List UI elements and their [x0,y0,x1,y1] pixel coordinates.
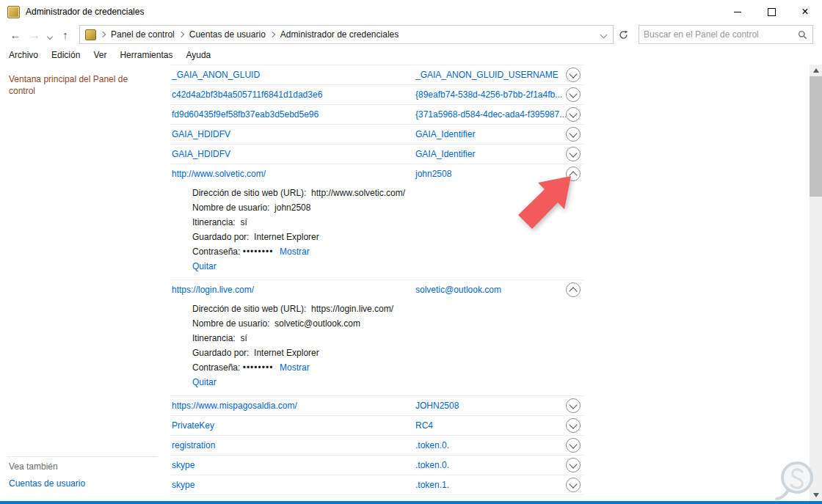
chevron-up-icon [569,287,577,295]
refresh-button[interactable] [615,26,631,43]
chevron-down-icon [47,33,53,39]
maximize-icon [768,8,776,16]
credential-row-header: c42d4a2bf3b4a505711f6841d1dad3e6{89eafb7… [170,85,583,104]
watermark-logo [771,459,816,504]
credential-row: https://login.live.com/solvetic@outlook.… [170,280,583,396]
credential-username: RC4 [415,420,566,431]
detail-line: Itinerancia: sí [192,215,583,230]
breadcrumb-item[interactable]: Administrador de credenciales [280,29,399,40]
credential-name-link[interactable]: fd9d60435f9ef58fb37eab3d5ebd5e96 [170,109,415,120]
breadcrumb-separator-icon [178,32,183,37]
credential-row: skype.token.1. [170,475,583,495]
maximize-button[interactable] [754,0,788,23]
credential-row-header: _GAIA_ANON_GLUID_GAIA_ANON_GLUID_USERNAM… [170,65,583,84]
title-bar: Administrador de credenciales × [0,0,822,23]
credential-name-link[interactable]: https://www.mispagosaldia.com/ [170,401,415,411]
detail-line: Nombre de usuario: john2508 [192,200,583,215]
address-dropdown-icon[interactable] [600,31,608,38]
remove-credential-link[interactable]: Quitar [192,377,217,387]
expand-chevron-button[interactable] [566,438,581,453]
credential-row-header: http://www.solvetic.com/john2508 [170,164,583,183]
credential-name-link[interactable]: registration [170,440,415,450]
credential-name-link[interactable]: PrivateKey [170,420,415,431]
detail-value: https://login.live.com/ [311,304,393,314]
collapse-chevron-button[interactable] [566,282,581,297]
detail-line: Nombre de usuario: solvetic@outlook.com [192,316,583,331]
credential-name-link[interactable]: GAIA_HDIDFV [170,149,415,159]
credential-row-header: https://www.mispagosaldia.com/JOHN2508 [170,396,583,415]
expand-chevron-button[interactable] [566,127,581,142]
credential-row: http://www.solvetic.com/john2508Direcció… [170,164,583,280]
credential-username: .token.1. [415,480,566,490]
credential-name-link[interactable]: skype [170,460,415,470]
credential-name-link[interactable]: _GAIA_ANON_GLUID [170,70,415,80]
credential-username: GAIA_Identifier [415,129,566,139]
expand-chevron-button[interactable] [566,67,581,82]
address-bar[interactable]: Panel de controlCuentas de usuarioAdmini… [79,25,614,44]
menu-item[interactable]: Ver [87,46,113,64]
see-also-header: Vea también [9,461,58,472]
credential-name-link[interactable]: c42d4a2bf3b4a505711f6841d1dad3e6 [170,90,415,100]
expand-chevron-button[interactable] [566,147,581,161]
show-password-link[interactable]: Mostrar [280,246,310,257]
search-icon[interactable] [798,30,807,40]
breadcrumb-item[interactable]: Panel de control [111,29,175,40]
menu-bar: ArchivoEdiciónVerHerramientasAyuda [0,45,822,65]
expand-chevron-button[interactable] [566,87,581,102]
search-box [639,25,813,44]
credential-row: skype.token.0. [170,456,583,475]
detail-label: Guardado por: [192,232,254,242]
close-button[interactable]: × [788,0,822,23]
breadcrumb-item[interactable]: Cuentas de usuario [189,29,266,40]
breadcrumb: Panel de controlCuentas de usuarioAdmini… [96,29,601,40]
search-input[interactable] [639,29,798,40]
forward-button[interactable]: → [25,29,44,40]
credential-name-link[interactable]: http://www.solvetic.com/ [170,169,415,179]
scrollbar-thumb[interactable] [810,76,822,197]
credential-username: _GAIA_ANON_GLUID_USERNAME [415,70,566,80]
close-icon: × [801,6,808,18]
scrollbar[interactable] [810,65,822,501]
remove-credential-link[interactable]: Quitar [192,261,217,271]
app-icon [7,6,20,18]
credential-row: c42d4a2bf3b4a505711f6841d1dad3e6{89eafb7… [170,85,583,105]
credential-row-header: GAIA_HDIDFVGAIA_Identifier [170,125,583,144]
expand-chevron-button[interactable] [566,418,581,433]
credential-username: {371a5968-d584-4dec-ada4-f395987... [415,109,566,120]
back-button[interactable]: ← [6,29,25,40]
show-password-link[interactable]: Mostrar [280,362,310,373]
detail-line: Guardado por: Internet Explorer [192,346,583,360]
minimize-icon [734,12,741,12]
forward-icon: → [29,29,40,41]
credentials-list: _GAIA_ANON_GLUID_GAIA_ANON_GLUID_USERNAM… [170,65,583,495]
expand-chevron-button[interactable] [566,478,581,492]
detail-line-password: Contraseña: •••••••• Mostrar [192,244,583,259]
credential-name-link[interactable]: GAIA_HDIDFV [170,129,415,139]
expand-chevron-button[interactable] [566,458,581,472]
minimize-button[interactable] [721,0,754,23]
menu-item[interactable]: Archivo [2,46,45,64]
detail-line-remove: Quitar [192,259,583,274]
up-button[interactable]: ↑ [56,29,75,40]
window-controls: × [721,0,822,23]
expand-chevron-button[interactable] [566,398,581,413]
sidebar-item-user-accounts[interactable]: Cuentas de usuario [9,478,85,489]
history-dropdown-button[interactable] [44,29,56,40]
menu-item[interactable]: Herramientas [113,46,179,64]
credential-username: solvetic@outlook.com [415,285,566,295]
see-also-divider [7,456,158,457]
menu-item[interactable]: Ayuda [179,46,217,64]
credential-name-link[interactable]: skype [170,480,415,490]
credential-username: JOHN2508 [415,401,566,411]
scroll-up-button[interactable] [810,65,822,76]
detail-line-remove: Quitar [192,375,583,390]
detail-line: Guardado por: Internet Explorer [192,230,583,244]
collapse-chevron-button[interactable] [566,167,581,181]
expand-chevron-button[interactable] [566,107,581,122]
detail-value: http://www.solvetic.com/ [311,188,405,198]
credential-name-link[interactable]: https://login.live.com/ [170,285,415,295]
detail-value: sí [240,333,247,343]
menu-item[interactable]: Edición [45,46,87,64]
detail-value: sí [240,217,247,227]
sidebar-item-control-panel-home[interactable]: Ventana principal del Panel de control [9,74,152,97]
